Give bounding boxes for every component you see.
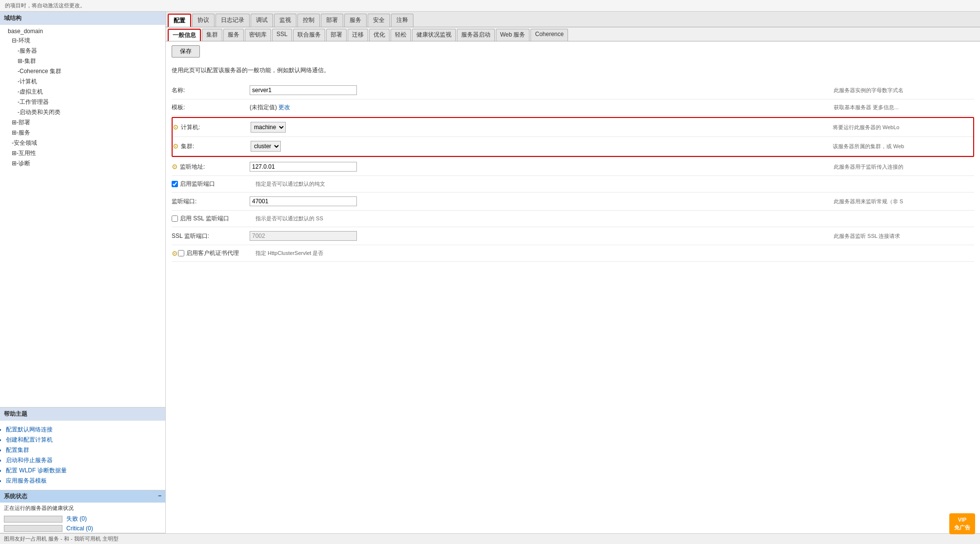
subtab-一般信息[interactable]: 一般信息 — [168, 29, 201, 41]
listenAddress-label: ⚙监听地址: — [172, 163, 250, 171]
tab-配置[interactable]: 配置 — [168, 14, 191, 27]
content-panel: 保存 使用此页可以配置该服务器的一般功能，例如默认网络通信。 名称:此服务器实例… — [166, 41, 980, 533]
sidebar-tree-item[interactable]: -安全领域 — [0, 138, 165, 148]
form-container: 名称:此服务器实例的字母数字式名模板:(未指定值) 更改获取基本服务器 更多信息… — [172, 81, 974, 262]
tab-注释[interactable]: 注释 — [391, 14, 413, 27]
vip-badge[interactable]: VIP 免广告 — [949, 513, 975, 534]
sidebar-tree-item[interactable]: -虚拟主机 — [0, 87, 165, 97]
sidebar-tree-item[interactable]: ⊞-互用性 — [0, 148, 165, 158]
subtab-迁移[interactable]: 迁移 — [348, 29, 368, 41]
status-fail-link[interactable]: 失败 (0) — [66, 515, 87, 523]
domain-structure-label: 域结构 — [4, 14, 21, 22]
template-hint: 获取基本服务器 更多信息... — [828, 104, 974, 111]
tab-协议[interactable]: 协议 — [192, 14, 215, 27]
tab-服务[interactable]: 服务 — [344, 14, 367, 27]
subtab-SSL[interactable]: SSL — [272, 29, 292, 41]
form-row-name: 名称:此服务器实例的字母数字式名 — [172, 81, 974, 99]
help-header: 帮助主题 — [0, 408, 165, 421]
sidebar-tree-item[interactable]: ⊞-诊断 — [0, 158, 165, 169]
status-collapse-icon[interactable]: − — [158, 492, 161, 501]
help-list-item[interactable]: 配置集群 — [6, 446, 159, 454]
sidebar-tree-item[interactable]: ⊞-服务 — [0, 128, 165, 138]
subtab-优化[interactable]: 优化 — [369, 29, 390, 41]
template-link[interactable]: 更改 — [278, 104, 290, 111]
status-critical-link[interactable]: Critical (0) — [66, 525, 93, 532]
help-list-item[interactable]: 应用服务器模板 — [6, 477, 159, 485]
form-row-enableSSL: 启用 SSL 监听端口指示是否可以通过默认的 SS — [172, 211, 974, 227]
vip-line1: VIP — [954, 516, 970, 524]
listenPort-input[interactable] — [250, 196, 357, 206]
tab-部署[interactable]: 部署 — [321, 14, 343, 27]
subtab-健康状况监视[interactable]: 健康状况监视 — [412, 29, 456, 41]
name-hint: 此服务器实例的字母数字式名 — [828, 87, 974, 94]
template-label: 模板: — [172, 103, 250, 112]
tab-调试[interactable]: 调试 — [251, 14, 273, 27]
tab-安全[interactable]: 安全 — [368, 14, 390, 27]
subtab-集群[interactable]: 集群 — [202, 29, 222, 41]
enableSSL-label: 启用 SSL 监听端口 — [180, 214, 229, 223]
listenPort-hint: 此服务器用来监听常规（非 S — [828, 198, 974, 205]
subtab-联合服务[interactable]: 联合服务 — [293, 29, 325, 41]
top-banner: 的项目时，将自动激活这些更改。 — [0, 0, 980, 12]
cluster-hint: 该服务器所属的集群，或 Web — [827, 143, 973, 150]
sidebar-tree-item[interactable]: ⊞-部署 — [0, 117, 165, 128]
sidebar-tree-item[interactable]: -计算机 — [0, 77, 165, 87]
status-section: 系统状态 − 正在运行的服务器的健康状况 失败 (0) Critical (0) — [0, 490, 165, 533]
sslListenPort-hint: 此服务器监听 SSL 连接请求 — [828, 233, 974, 240]
domain-structure-header: 域结构 — [0, 12, 165, 25]
save-button[interactable]: 保存 — [172, 45, 200, 58]
sidebar-tree-item[interactable]: -服务器 — [0, 46, 165, 56]
clientCertProxy-icon: ⚙ — [172, 250, 178, 257]
content-area: 配置协议日志记录调试监视控制部署服务安全注释 一般信息集群服务密钥库SSL联合服… — [166, 12, 980, 533]
name-input[interactable] — [250, 85, 357, 95]
bottom-bar: 图用友好一占用机 服务 - 和 - 我听可用机 主明型 — [0, 533, 980, 544]
form-row-enableListenPort: 启用监听端口指定是否可以通过默认的纯文 — [172, 176, 974, 193]
subtab-服务器启动[interactable]: 服务器启动 — [457, 29, 495, 41]
subtab-轻松[interactable]: 轻松 — [391, 29, 411, 41]
subtab-Web 服务[interactable]: Web 服务 — [496, 29, 530, 41]
subtab-服务[interactable]: 服务 — [223, 29, 244, 41]
enableSSL-checkbox[interactable] — [172, 215, 178, 222]
name-label: 名称: — [172, 86, 250, 95]
help-list-item[interactable]: 配置 WLDF 诊断数据量 — [6, 466, 159, 475]
machine-select[interactable]: machine — [251, 122, 286, 133]
domain-structure-section: 域结构 base_domain⊟-环境-服务器⊞-集群-Coherence 集群… — [0, 12, 165, 408]
sidebar-tree-item[interactable]: ⊟-环境 — [0, 36, 165, 46]
status-label: 系统状态 — [4, 492, 27, 501]
help-section: 帮助主题 配置默认网络连接创建和配置计算机配置集群启动和停止服务器配置 WLDF… — [0, 408, 165, 490]
subtab-Coherence[interactable]: Coherence — [530, 29, 568, 41]
machine-hint: 将要运行此服务器的 WebLo — [827, 124, 973, 131]
subtab-密钥库[interactable]: 密钥库 — [245, 29, 271, 41]
subtab-部署[interactable]: 部署 — [326, 29, 347, 41]
status-bar-bg-fail — [4, 516, 62, 523]
tab-日志记录[interactable]: 日志记录 — [216, 14, 250, 27]
listenAddress-hint: 此服务器用于监听传入连接的 — [828, 163, 974, 171]
help-label: 帮助主题 — [4, 410, 27, 418]
help-list-item[interactable]: 配置默认网络连接 — [6, 426, 159, 434]
sidebar-tree-item[interactable]: base_domain — [0, 27, 165, 36]
sidebar: 域结构 base_domain⊟-环境-服务器⊞-集群-Coherence 集群… — [0, 12, 166, 533]
help-list-item[interactable]: 启动和停止服务器 — [6, 456, 159, 465]
sidebar-tree-item[interactable]: -Coherence 集群 — [0, 66, 165, 77]
help-list-item[interactable]: 创建和配置计算机 — [6, 436, 159, 444]
sslListenPort-label: SSL 监听端口: — [172, 232, 250, 240]
form-row-listenPort: 监听端口:此服务器用来监听常规（非 S — [172, 193, 974, 211]
cluster-label: ⚙集群: — [173, 142, 251, 151]
tab-控制[interactable]: 控制 — [297, 14, 320, 27]
enableListenPort-label: 启用监听端口 — [180, 180, 215, 188]
app-layout: 的项目时，将自动激活这些更改。 域结构 base_domain⊟-环境-服务器⊞… — [0, 0, 980, 544]
status-title: 系统状态 − — [0, 490, 165, 503]
form-row-clientCertProxy: ⚙启用客户机证书代理指定 HttpClusterServlet 是否 — [172, 245, 974, 262]
sidebar-tree: base_domain⊟-环境-服务器⊞-集群-Coherence 集群-计算机… — [0, 25, 165, 407]
listenAddress-input[interactable] — [250, 162, 357, 172]
cluster-select[interactable]: cluster — [251, 141, 281, 152]
bottom-bar-text: 图用友好一占用机 服务 - 和 - 我听可用机 主明型 — [4, 536, 118, 542]
sidebar-tree-item[interactable]: -启动类和关闭类 — [0, 107, 165, 117]
sidebar-tree-item[interactable]: -工作管理器 — [0, 97, 165, 107]
enableListenPort-checkbox[interactable] — [172, 181, 178, 187]
clientCertProxy-checkbox[interactable] — [178, 250, 184, 256]
clientCertProxy-hint: 指定 HttpClusterServlet 是否 — [250, 250, 396, 257]
info-text: 使用此页可以配置该服务器的一般功能，例如默认网络通信。 — [172, 66, 974, 75]
sidebar-tree-item[interactable]: ⊞-集群 — [0, 56, 165, 66]
tab-监视[interactable]: 监视 — [274, 14, 296, 27]
